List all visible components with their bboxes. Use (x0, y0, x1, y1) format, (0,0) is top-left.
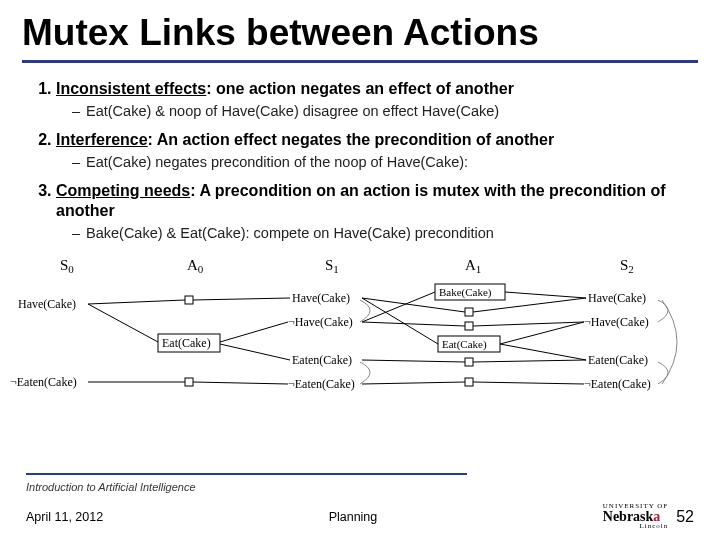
footer-topic: Planning (329, 510, 378, 524)
svg-line-10 (220, 344, 290, 360)
noop-a1-2 (465, 322, 473, 330)
footer-course: Introduction to Artificial Intelligence (26, 481, 694, 493)
svg-line-8 (193, 298, 290, 300)
svg-line-14 (362, 322, 465, 326)
noop-a1-1 (465, 308, 473, 316)
noop-box-2 (185, 378, 193, 386)
svg-line-9 (220, 322, 288, 342)
svg-line-21 (500, 322, 584, 344)
bake-cake-a1-label: Bake(Cake) (439, 286, 492, 299)
eat-cake-a1-label: Eat(Cake) (442, 338, 487, 351)
item-1-sub-text: Eat(Cake) & noop of Have(Cake) disagree … (86, 103, 499, 119)
diagram-svg: S0 A0 S1 A1 S2 Have(Cake) ¬Eaten(Cake) E… (10, 256, 710, 406)
svg-line-15 (362, 298, 438, 344)
svg-line-12 (362, 292, 435, 322)
item-1: Inconsistent effects: one action negates… (56, 79, 694, 128)
svg-text:A1: A1 (465, 257, 481, 275)
s1-noteaten: ¬Eaten(Cake) (288, 377, 355, 391)
slide-title: Mutex Links between Actions (0, 0, 720, 56)
svg-line-17 (362, 382, 465, 384)
item-1-sub: –Eat(Cake) & noop of Have(Cake) disagree… (56, 99, 694, 128)
item-2: Interference: An action effect negates t… (56, 130, 694, 179)
nebraska-logo: UNIVERSITY OF Nebraska Lincoln (603, 503, 668, 530)
noop-a1-3 (465, 358, 473, 366)
s2-noteaten: ¬Eaten(Cake) (584, 377, 651, 391)
item-3-sub: –Bake(Cake) & Eat(Cake): compete on Have… (56, 221, 694, 250)
planning-graph-diagram: S0 A0 S1 A1 S2 Have(Cake) ¬Eaten(Cake) E… (10, 256, 710, 410)
item-1-term: Inconsistent effects (56, 80, 206, 97)
svg-line-23 (473, 360, 586, 362)
svg-line-20 (473, 322, 584, 326)
svg-text:S2: S2 (620, 257, 634, 275)
s2-nothave: ¬Have(Cake) (584, 315, 649, 329)
item-2-sub: –Eat(Cake) negates precondition of the n… (56, 150, 694, 179)
s1-have: Have(Cake) (292, 291, 350, 305)
s1-eaten: Eaten(Cake) (292, 353, 352, 367)
svg-line-18 (505, 292, 586, 298)
svg-text:A0: A0 (187, 257, 204, 275)
svg-line-6 (88, 304, 158, 342)
page-number: 52 (676, 508, 694, 526)
svg-line-5 (88, 300, 185, 304)
s0-have: Have(Cake) (18, 297, 76, 311)
s1-nothave: ¬Have(Cake) (288, 315, 353, 329)
item-2-term: Interference (56, 131, 148, 148)
s0-noteaten: ¬Eaten(Cake) (10, 375, 77, 389)
footer-date: April 11, 2012 (26, 510, 103, 524)
svg-line-24 (473, 382, 584, 384)
content-area: Inconsistent effects: one action negates… (0, 63, 720, 250)
svg-line-22 (500, 344, 586, 360)
eat-cake-a0-label: Eat(Cake) (162, 336, 211, 350)
footer: Introduction to Artificial Intelligence … (0, 473, 720, 530)
item-2-sub-text: Eat(Cake) negates precondition of the no… (86, 154, 468, 170)
item-3: Competing needs: A precondition on an ac… (56, 181, 694, 250)
s2-have: Have(Cake) (588, 291, 646, 305)
item-1-rest: : one action negates an effect of anothe… (206, 80, 514, 97)
svg-text:S1: S1 (325, 257, 339, 275)
svg-text:S0: S0 (60, 257, 74, 275)
footer-rule (26, 473, 467, 475)
item-3-sub-text: Bake(Cake) & Eat(Cake): compete on Have(… (86, 225, 494, 241)
logo-sub: Lincoln (603, 523, 668, 530)
noop-a1-4 (465, 378, 473, 386)
item-2-rest: : An action effect negates the precondit… (148, 131, 555, 148)
svg-line-11 (193, 382, 288, 384)
svg-line-16 (362, 360, 465, 362)
main-list: Inconsistent effects: one action negates… (26, 79, 694, 250)
s2-eaten: Eaten(Cake) (588, 353, 648, 367)
noop-box (185, 296, 193, 304)
item-3-term: Competing needs (56, 182, 190, 199)
